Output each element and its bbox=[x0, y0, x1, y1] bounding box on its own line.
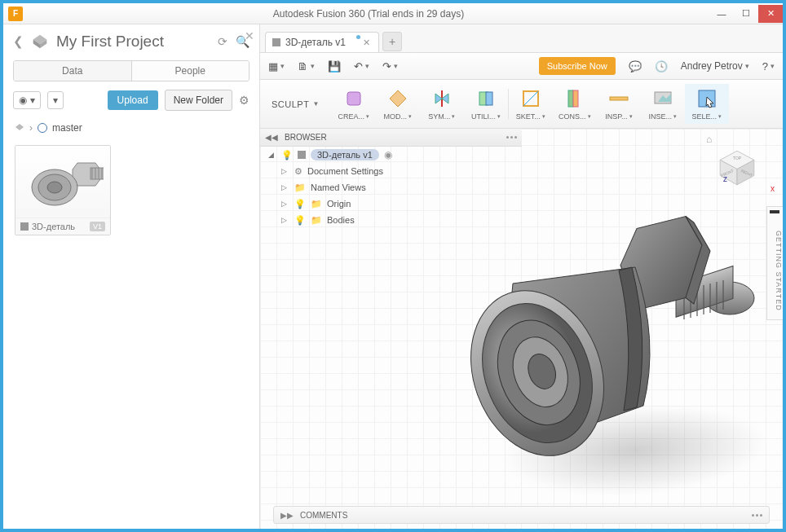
save-icon: 💾 bbox=[328, 60, 341, 73]
ribbon-sketch[interactable]: SKET...▾ bbox=[509, 84, 553, 124]
tree-named-views[interactable]: ▷ 📁 Named Views bbox=[268, 179, 392, 196]
ribbon-utilities[interactable]: UTILI...▾ bbox=[464, 84, 508, 124]
ribbon-construct[interactable]: CONS...▾ bbox=[553, 84, 597, 124]
filter-dropdown[interactable]: ◉▾ bbox=[13, 91, 41, 109]
branch-name: master bbox=[52, 122, 82, 134]
document-tabs: 3D-деталь v1 ✕ + bbox=[260, 24, 783, 52]
comments-expand-icon[interactable]: ▶▶ bbox=[280, 511, 294, 520]
lightbulb-icon[interactable]: 💡 bbox=[281, 150, 293, 160]
comments-label: COMMENTS bbox=[300, 511, 347, 520]
model-3d[interactable] bbox=[439, 202, 783, 512]
quick-access-toolbar: ▦▾ 🗎▾ 💾 ↶▾ ↷▾ Subscribe Now 💬 🕓 Andrey P… bbox=[260, 52, 783, 80]
lightbulb-icon[interactable]: 💡 bbox=[294, 215, 306, 226]
back-icon[interactable]: ❮ bbox=[13, 34, 24, 49]
collapse-icon[interactable]: ◢ bbox=[268, 151, 276, 159]
branch-chevron-icon: › bbox=[29, 122, 33, 134]
chat-icon: 💬 bbox=[629, 60, 642, 73]
tree-bodies[interactable]: ▷ 💡 📁 Bodies bbox=[268, 212, 392, 228]
folder-icon: 📁 bbox=[294, 182, 306, 193]
expand-icon[interactable]: ▷ bbox=[281, 183, 289, 191]
close-tab-icon[interactable]: ✕ bbox=[363, 37, 370, 48]
user-menu[interactable]: Andrey Petrov▾ bbox=[681, 60, 749, 72]
tree-doc-settings[interactable]: ▷ ⚙ Document Settings bbox=[268, 163, 392, 179]
undo-icon: ↶ bbox=[354, 60, 363, 73]
branch-row[interactable]: › master bbox=[3, 119, 259, 137]
tree-label: Bodies bbox=[327, 215, 355, 225]
undo-button[interactable]: ↶▾ bbox=[354, 60, 369, 73]
help-button[interactable]: ?▾ bbox=[762, 60, 775, 73]
close-button[interactable]: ✕ bbox=[758, 5, 783, 23]
project-title: My First Project bbox=[56, 33, 210, 51]
tree-root[interactable]: ◢ 💡 3D-деталь v1 ◉ bbox=[268, 147, 392, 163]
panel-tabs: Data People bbox=[13, 60, 249, 81]
browser-panel-header[interactable]: ◀◀ BROWSER bbox=[260, 129, 522, 147]
comments-menu-icon[interactable] bbox=[752, 514, 762, 517]
ribbon-create[interactable]: CREA...▾ bbox=[332, 84, 376, 124]
panel-close-icon[interactable]: ✕ bbox=[245, 29, 254, 42]
expand-icon[interactable]: ▷ bbox=[281, 200, 289, 208]
maximize-button[interactable]: ☐ bbox=[734, 5, 758, 23]
jobs-button[interactable]: 🕓 bbox=[655, 60, 668, 73]
settings-gear-icon[interactable]: ⚙ bbox=[239, 94, 249, 107]
svg-line-18 bbox=[523, 91, 538, 106]
redo-icon: ↷ bbox=[382, 60, 391, 73]
viewcube[interactable]: ⌂ TOP FRONT RIGHT bbox=[714, 145, 762, 192]
branch-circle-icon bbox=[38, 123, 47, 133]
lightbulb-off-icon[interactable]: 💡 bbox=[294, 199, 306, 209]
tree-origin[interactable]: ▷ 💡 📁 Origin bbox=[268, 196, 392, 212]
radio-icon[interactable]: ◉ bbox=[384, 149, 392, 160]
document-tab[interactable]: 3D-деталь v1 ✕ bbox=[265, 32, 379, 52]
slider-handle-icon[interactable] bbox=[770, 210, 779, 213]
tab-data[interactable]: Data bbox=[14, 61, 131, 81]
browser-collapse-icon[interactable]: ◀◀ bbox=[265, 133, 278, 142]
eye-icon: ◉ bbox=[19, 95, 27, 106]
folder-icon: 📁 bbox=[311, 215, 322, 226]
minimize-button[interactable]: — bbox=[709, 5, 734, 23]
design-thumbnail[interactable]: 3D-деталь V1 bbox=[15, 145, 111, 235]
app-icon: F bbox=[8, 7, 23, 21]
ribbon-inspect[interactable]: INSP...▾ bbox=[597, 84, 641, 124]
app-window: F Autodesk Fusion 360 (Trial ends in 29 … bbox=[0, 0, 786, 532]
data-panel: ✕ ❮ My First Project ⟳ 🔍 Data People ◉▾ … bbox=[3, 24, 260, 529]
tab-people[interactable]: People bbox=[131, 61, 249, 81]
unsaved-indicator-icon bbox=[356, 35, 360, 39]
expand-icon[interactable]: ▷ bbox=[281, 216, 289, 224]
component-icon bbox=[298, 151, 306, 159]
ribbon-symmetry[interactable]: SYM...▾ bbox=[420, 84, 464, 124]
getting-started-tab[interactable]: GETTING STARTED bbox=[766, 206, 783, 320]
file-menu-button[interactable]: 🗎▾ bbox=[298, 60, 315, 73]
notifications-button[interactable]: 💬 bbox=[629, 60, 642, 73]
redo-button[interactable]: ↷▾ bbox=[382, 60, 398, 73]
new-folder-button[interactable]: New Folder bbox=[165, 90, 232, 111]
viewcube-top: TOP bbox=[733, 156, 741, 160]
thumbnail-version: V1 bbox=[90, 222, 105, 231]
center-area: 3D-деталь v1 ✕ + ▦▾ 🗎▾ 💾 ↶▾ ↷▾ Subscribe… bbox=[260, 24, 783, 529]
comments-bar[interactable]: ▶▶ COMMENTS bbox=[273, 506, 770, 524]
app-menu-button[interactable]: ▦▾ bbox=[268, 60, 285, 73]
home-view-icon[interactable]: ⌂ bbox=[706, 134, 712, 145]
svg-point-12 bbox=[47, 182, 62, 193]
save-button[interactable]: 💾 bbox=[328, 60, 341, 73]
svg-marker-3 bbox=[15, 124, 24, 130]
tree-label: Origin bbox=[327, 199, 351, 209]
upload-button[interactable]: Upload bbox=[108, 90, 158, 110]
sort-dropdown[interactable]: ▾ bbox=[47, 91, 64, 109]
browser-menu-icon[interactable] bbox=[506, 136, 517, 138]
workspace-selector[interactable]: SCULPT▼ bbox=[260, 99, 331, 109]
ribbon-insert[interactable]: INSE...▾ bbox=[641, 84, 685, 124]
clock-icon: 🕓 bbox=[655, 60, 668, 73]
new-tab-button[interactable]: + bbox=[382, 32, 402, 51]
file-icon: 🗎 bbox=[298, 60, 308, 73]
subscribe-button[interactable]: Subscribe Now bbox=[539, 57, 616, 75]
axis-z-label: z bbox=[723, 174, 727, 183]
refresh-icon[interactable]: ⟳ bbox=[218, 35, 227, 48]
tree-label: Document Settings bbox=[307, 166, 383, 176]
ribbon-select[interactable]: SELE...▾ bbox=[685, 84, 729, 124]
ribbon-modify[interactable]: MOD...▾ bbox=[376, 84, 420, 124]
canvas[interactable]: ◀◀ BROWSER ◢ 💡 3D-деталь v1 ◉ ▷ ⚙ bbox=[260, 129, 783, 529]
titlebar: F Autodesk Fusion 360 (Trial ends in 29 … bbox=[3, 3, 783, 24]
component-icon bbox=[20, 222, 29, 231]
svg-rect-19 bbox=[568, 90, 573, 107]
expand-icon[interactable]: ▷ bbox=[281, 167, 289, 175]
component-icon bbox=[272, 38, 280, 46]
